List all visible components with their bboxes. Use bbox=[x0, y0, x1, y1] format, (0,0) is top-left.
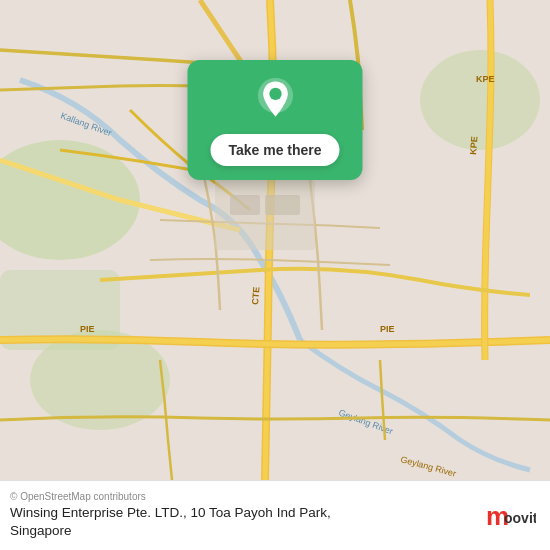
svg-point-18 bbox=[269, 88, 281, 100]
svg-rect-14 bbox=[230, 195, 260, 215]
moovit-logo: m oovit bbox=[484, 499, 536, 533]
svg-text:PIE: PIE bbox=[380, 324, 395, 334]
svg-text:KPE: KPE bbox=[468, 136, 480, 155]
svg-text:PIE: PIE bbox=[80, 324, 95, 334]
location-pin-icon bbox=[253, 78, 297, 122]
take-me-there-button[interactable]: Take me there bbox=[210, 134, 339, 166]
bottom-bar: © OpenStreetMap contributors Winsing Ent… bbox=[0, 480, 550, 550]
svg-text:KPE: KPE bbox=[476, 74, 495, 84]
copyright-text: © OpenStreetMap contributors bbox=[10, 491, 472, 502]
svg-rect-13 bbox=[215, 180, 315, 250]
svg-rect-15 bbox=[265, 195, 300, 215]
location-card: Take me there bbox=[188, 60, 363, 180]
svg-text:oovit: oovit bbox=[504, 510, 536, 526]
svg-text:CTE: CTE bbox=[250, 286, 262, 305]
svg-point-2 bbox=[420, 50, 540, 150]
location-name: Winsing Enterprise Pte. LTD., 10 Toa Pay… bbox=[10, 504, 472, 539]
location-info: © OpenStreetMap contributors Winsing Ent… bbox=[10, 491, 472, 539]
